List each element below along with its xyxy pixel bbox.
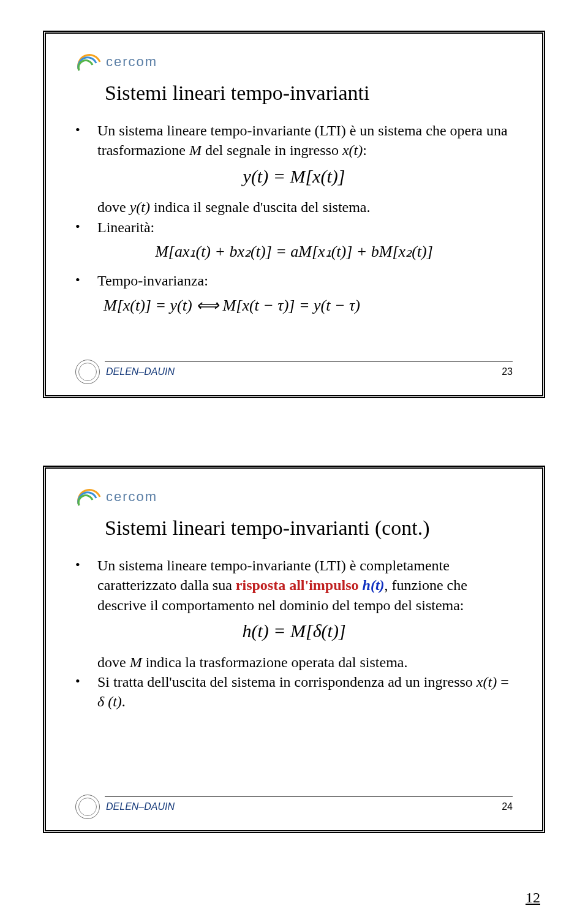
bullet-text: Un sistema lineare tempo-invariante (LTI… xyxy=(97,121,513,161)
bullet-mark-icon: • xyxy=(75,217,97,236)
ht-text: h(t) xyxy=(363,577,385,593)
page-number: 12 xyxy=(526,890,540,906)
slide-footer: DELEN–DAUIN 23 xyxy=(75,360,513,384)
logo-arc-icon xyxy=(75,485,102,509)
bullet-text: Si tratta dell'uscita del sistema in cor… xyxy=(97,672,513,712)
footer-label: DELEN–DAUIN xyxy=(106,366,175,377)
risposta-text: risposta all'impulso xyxy=(236,577,359,593)
bullet-mark-icon: • xyxy=(75,672,97,690)
footer-left: DELEN–DAUIN xyxy=(75,795,175,819)
bullet-mark-icon: • xyxy=(75,271,97,289)
text: indica la trasformazione operata dal sis… xyxy=(142,654,408,670)
text: x(t) xyxy=(477,674,497,690)
bullet-item: • Linearità: xyxy=(75,217,513,237)
page-container: cercom Sistemi lineari tempo-invarianti … xyxy=(0,0,588,922)
text: M xyxy=(189,142,202,158)
bullet-cont: dove M indica la trasformazione operata … xyxy=(97,652,513,672)
bullet-cont: dove y(t) indica il segnale d'uscita del… xyxy=(97,197,513,217)
text: dove xyxy=(97,199,130,215)
text: Si tratta dell'uscita del sistema in cor… xyxy=(97,674,477,690)
logo-text: cercom xyxy=(106,54,157,70)
footer-left: DELEN–DAUIN xyxy=(75,360,175,384)
slide-1: cercom Sistemi lineari tempo-invarianti … xyxy=(43,31,545,398)
seal-icon xyxy=(75,360,100,384)
equation: M[ax₁(t) + bx₂(t)] = aM[x₁(t)] + bM[x₂(t… xyxy=(75,241,513,262)
logo-text: cercom xyxy=(106,489,157,505)
text: (t) xyxy=(108,693,122,709)
text: . xyxy=(122,693,126,709)
logo-arc-icon xyxy=(75,50,102,74)
equation: h(t) = M[δ(t)] xyxy=(75,619,513,644)
text: : xyxy=(363,142,367,158)
slide-title: Sistemi lineari tempo-invarianti (cont.) xyxy=(105,516,513,540)
bullet-item: • Un sistema lineare tempo-invariante (L… xyxy=(75,556,513,615)
bullet-mark-icon: • xyxy=(75,121,97,139)
bullet-text: Tempo-invarianza: xyxy=(97,271,513,290)
equation: y(t) = M[x(t)] xyxy=(75,164,513,189)
seal-icon xyxy=(75,795,100,819)
slide-2: cercom Sistemi lineari tempo-invarianti … xyxy=(43,466,545,833)
logo-row: cercom xyxy=(75,483,513,510)
slide-number: 24 xyxy=(502,801,513,812)
bullet-item: • Si tratta dell'uscita del sistema in c… xyxy=(75,672,513,712)
equation: M[x(t)] = y(t) ⟺ M[x(t − τ)] = y(t − τ) xyxy=(104,295,513,316)
slide-footer: DELEN–DAUIN 24 xyxy=(75,795,513,819)
slide-content: • Un sistema lineare tempo-invariante (L… xyxy=(75,121,513,316)
text: = xyxy=(497,674,509,690)
slide-number: 23 xyxy=(502,366,513,377)
logo-row: cercom xyxy=(75,48,513,75)
text: M xyxy=(130,654,142,670)
bullet-mark-icon: • xyxy=(75,556,97,574)
text: del segnale in ingresso xyxy=(202,142,342,158)
text: dove xyxy=(97,654,130,670)
text: δ xyxy=(97,693,108,709)
footer-label: DELEN–DAUIN xyxy=(106,801,175,812)
text: x(t) xyxy=(342,142,363,158)
slide-content: • Un sistema lineare tempo-invariante (L… xyxy=(75,556,513,712)
slide-title: Sistemi lineari tempo-invarianti xyxy=(105,81,513,105)
text: indica il segnale d'uscita del sistema. xyxy=(150,199,371,215)
text: y(t) xyxy=(130,199,150,215)
bullet-item: • Un sistema lineare tempo-invariante (L… xyxy=(75,121,513,161)
bullet-item: • Tempo-invarianza: xyxy=(75,271,513,290)
bullet-text: Un sistema lineare tempo-invariante (LTI… xyxy=(97,556,513,615)
bullet-text: Linearità: xyxy=(97,217,513,237)
